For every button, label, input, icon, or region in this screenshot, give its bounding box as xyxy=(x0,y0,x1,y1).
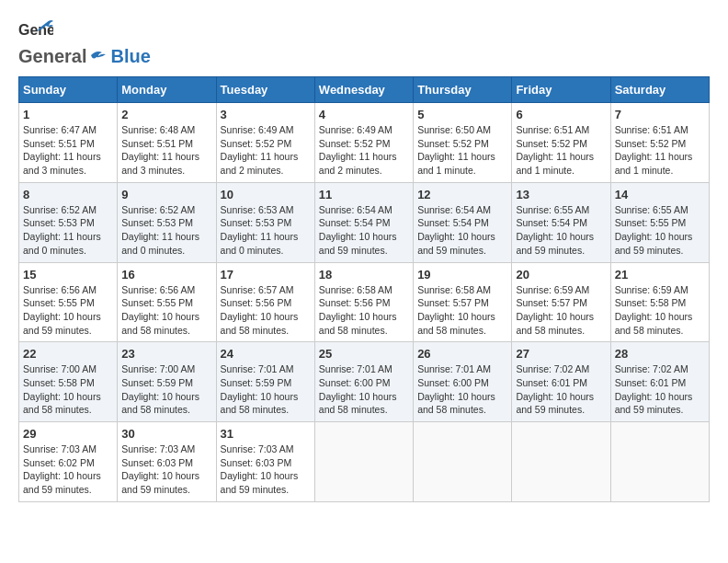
day-number: 16 xyxy=(121,268,211,282)
day-number: 10 xyxy=(221,188,311,201)
day-number: 8 xyxy=(23,188,113,201)
day-number: 24 xyxy=(221,347,311,361)
day-info: Sunrise: 7:03 AMSunset: 6:03 PMDaylight:… xyxy=(221,442,311,497)
day-info: Sunrise: 6:55 AMSunset: 5:55 PMDaylight:… xyxy=(615,203,705,258)
day-info: Sunrise: 6:51 AMSunset: 5:52 PMDaylight:… xyxy=(516,123,606,178)
calendar-body: 1Sunrise: 6:47 AMSunset: 5:51 PMDaylight… xyxy=(19,103,710,502)
day-info: Sunrise: 6:58 AMSunset: 5:57 PMDaylight:… xyxy=(417,283,507,338)
calendar-cell: 12Sunrise: 6:54 AMSunset: 5:54 PMDayligh… xyxy=(414,182,512,262)
calendar-cell: 6Sunrise: 6:51 AMSunset: 5:52 PMDaylight… xyxy=(512,103,610,183)
day-info: Sunrise: 6:56 AMSunset: 5:55 PMDaylight:… xyxy=(23,283,113,338)
day-number: 6 xyxy=(516,108,606,121)
weekday-header-wednesday: Wednesday xyxy=(314,77,413,103)
day-number: 7 xyxy=(615,108,705,121)
logo: General General Blue xyxy=(18,18,151,67)
calendar-cell: 1Sunrise: 6:47 AMSunset: 5:51 PMDaylight… xyxy=(19,103,118,183)
day-info: Sunrise: 6:52 AMSunset: 5:53 PMDaylight:… xyxy=(23,203,113,258)
day-number: 25 xyxy=(319,347,409,361)
weekday-header-sunday: Sunday xyxy=(19,77,118,103)
calendar-week-3: 15Sunrise: 6:56 AMSunset: 5:55 PMDayligh… xyxy=(19,262,710,342)
calendar-cell: 28Sunrise: 7:02 AMSunset: 6:01 PMDayligh… xyxy=(610,342,709,422)
calendar-cell: 27Sunrise: 7:02 AMSunset: 6:01 PMDayligh… xyxy=(512,342,610,422)
calendar-cell: 29Sunrise: 7:03 AMSunset: 6:02 PMDayligh… xyxy=(19,422,118,502)
calendar-cell xyxy=(414,422,512,502)
calendar-cell: 7Sunrise: 6:51 AMSunset: 5:52 PMDaylight… xyxy=(610,103,709,183)
day-info: Sunrise: 7:02 AMSunset: 6:01 PMDaylight:… xyxy=(615,362,705,417)
calendar-cell: 21Sunrise: 6:59 AMSunset: 5:58 PMDayligh… xyxy=(610,262,709,342)
day-info: Sunrise: 6:57 AMSunset: 5:56 PMDaylight:… xyxy=(221,283,311,338)
day-number: 3 xyxy=(221,108,311,121)
calendar-cell: 20Sunrise: 6:59 AMSunset: 5:57 PMDayligh… xyxy=(512,262,610,342)
day-info: Sunrise: 7:02 AMSunset: 6:01 PMDaylight:… xyxy=(516,362,606,417)
calendar-cell: 10Sunrise: 6:53 AMSunset: 5:53 PMDayligh… xyxy=(216,182,314,262)
day-number: 5 xyxy=(417,108,507,121)
day-number: 23 xyxy=(121,347,211,361)
calendar-cell: 14Sunrise: 6:55 AMSunset: 5:55 PMDayligh… xyxy=(610,182,709,262)
day-info: Sunrise: 6:53 AMSunset: 5:53 PMDaylight:… xyxy=(221,203,311,258)
day-info: Sunrise: 6:54 AMSunset: 5:54 PMDaylight:… xyxy=(319,203,409,258)
calendar-cell: 5Sunrise: 6:50 AMSunset: 5:52 PMDaylight… xyxy=(414,103,512,183)
weekday-header-monday: Monday xyxy=(118,77,216,103)
calendar-cell: 25Sunrise: 7:01 AMSunset: 6:00 PMDayligh… xyxy=(314,342,413,422)
day-info: Sunrise: 6:56 AMSunset: 5:55 PMDaylight:… xyxy=(121,283,211,338)
day-info: Sunrise: 6:55 AMSunset: 5:54 PMDaylight:… xyxy=(516,203,606,258)
day-info: Sunrise: 6:50 AMSunset: 5:52 PMDaylight:… xyxy=(417,123,507,178)
day-info: Sunrise: 6:49 AMSunset: 5:52 PMDaylight:… xyxy=(319,123,409,178)
calendar-cell: 31Sunrise: 7:03 AMSunset: 6:03 PMDayligh… xyxy=(216,422,314,502)
calendar-cell: 23Sunrise: 7:00 AMSunset: 5:59 PMDayligh… xyxy=(118,342,216,422)
day-info: Sunrise: 6:52 AMSunset: 5:53 PMDaylight:… xyxy=(121,203,211,258)
calendar-week-1: 1Sunrise: 6:47 AMSunset: 5:51 PMDaylight… xyxy=(19,103,710,183)
calendar-cell: 16Sunrise: 6:56 AMSunset: 5:55 PMDayligh… xyxy=(118,262,216,342)
day-info: Sunrise: 6:47 AMSunset: 5:51 PMDaylight:… xyxy=(23,123,113,178)
logo-blue: Blue xyxy=(110,46,150,67)
day-info: Sunrise: 7:01 AMSunset: 5:59 PMDaylight:… xyxy=(221,362,311,417)
day-number: 31 xyxy=(221,427,311,441)
logo-general: General xyxy=(18,46,86,67)
calendar-cell: 3Sunrise: 6:49 AMSunset: 5:52 PMDaylight… xyxy=(216,103,314,183)
day-info: Sunrise: 7:03 AMSunset: 6:03 PMDaylight:… xyxy=(121,442,211,497)
day-number: 9 xyxy=(121,188,211,201)
day-info: Sunrise: 7:01 AMSunset: 6:00 PMDaylight:… xyxy=(319,362,409,417)
day-number: 14 xyxy=(615,188,705,201)
calendar-cell xyxy=(512,422,610,502)
weekday-header-thursday: Thursday xyxy=(414,77,512,103)
day-number: 2 xyxy=(121,108,211,121)
weekday-header-friday: Friday xyxy=(512,77,610,103)
calendar-week-5: 29Sunrise: 7:03 AMSunset: 6:02 PMDayligh… xyxy=(19,422,710,502)
calendar-cell: 18Sunrise: 6:58 AMSunset: 5:56 PMDayligh… xyxy=(314,262,413,342)
day-number: 17 xyxy=(221,268,311,282)
day-info: Sunrise: 6:49 AMSunset: 5:52 PMDaylight:… xyxy=(221,123,311,178)
day-number: 26 xyxy=(417,347,507,361)
day-number: 27 xyxy=(516,347,606,361)
calendar-cell: 22Sunrise: 7:00 AMSunset: 5:58 PMDayligh… xyxy=(19,342,118,422)
day-number: 15 xyxy=(23,268,113,282)
day-number: 13 xyxy=(516,188,606,201)
calendar-cell: 15Sunrise: 6:56 AMSunset: 5:55 PMDayligh… xyxy=(19,262,118,342)
day-number: 4 xyxy=(319,108,409,121)
day-info: Sunrise: 7:00 AMSunset: 5:58 PMDaylight:… xyxy=(23,362,113,417)
day-info: Sunrise: 6:59 AMSunset: 5:57 PMDaylight:… xyxy=(516,283,606,338)
page-header: General General Blue xyxy=(18,18,710,67)
calendar-header-row: SundayMondayTuesdayWednesdayThursdayFrid… xyxy=(19,77,710,103)
day-number: 29 xyxy=(23,427,113,441)
calendar-cell: 30Sunrise: 7:03 AMSunset: 6:03 PMDayligh… xyxy=(118,422,216,502)
day-info: Sunrise: 6:58 AMSunset: 5:56 PMDaylight:… xyxy=(319,283,409,338)
bird-icon xyxy=(88,48,108,63)
day-number: 11 xyxy=(319,188,409,201)
day-number: 28 xyxy=(615,347,705,361)
calendar-cell: 8Sunrise: 6:52 AMSunset: 5:53 PMDaylight… xyxy=(19,182,118,262)
calendar-week-2: 8Sunrise: 6:52 AMSunset: 5:53 PMDaylight… xyxy=(19,182,710,262)
calendar-week-4: 22Sunrise: 7:00 AMSunset: 5:58 PMDayligh… xyxy=(19,342,710,422)
day-info: Sunrise: 6:48 AMSunset: 5:51 PMDaylight:… xyxy=(121,123,211,178)
logo-icon: General xyxy=(18,18,53,46)
day-info: Sunrise: 7:01 AMSunset: 6:00 PMDaylight:… xyxy=(417,362,507,417)
day-info: Sunrise: 6:51 AMSunset: 5:52 PMDaylight:… xyxy=(615,123,705,178)
calendar-cell: 2Sunrise: 6:48 AMSunset: 5:51 PMDaylight… xyxy=(118,103,216,183)
calendar-cell: 19Sunrise: 6:58 AMSunset: 5:57 PMDayligh… xyxy=(414,262,512,342)
day-info: Sunrise: 7:03 AMSunset: 6:02 PMDaylight:… xyxy=(23,442,113,497)
calendar-cell xyxy=(314,422,413,502)
day-number: 1 xyxy=(23,108,113,121)
calendar-cell: 9Sunrise: 6:52 AMSunset: 5:53 PMDaylight… xyxy=(118,182,216,262)
day-number: 12 xyxy=(417,188,507,201)
calendar-cell: 11Sunrise: 6:54 AMSunset: 5:54 PMDayligh… xyxy=(314,182,413,262)
